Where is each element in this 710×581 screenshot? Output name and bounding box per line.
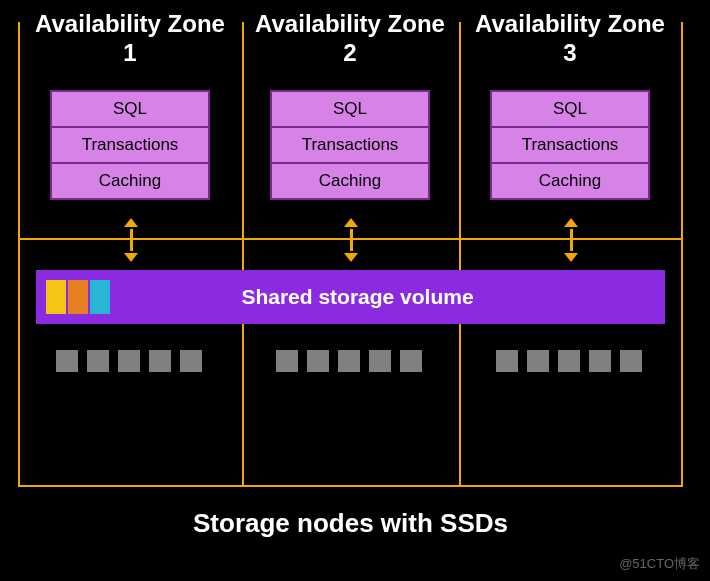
ssd-node <box>620 350 642 372</box>
ssd-node <box>527 350 549 372</box>
shared-storage-volume: Shared storage volume <box>36 270 665 324</box>
volume-color-legend <box>46 280 110 314</box>
ssd-node <box>400 350 422 372</box>
ssd-node <box>338 350 360 372</box>
ssd-node <box>589 350 611 372</box>
grid-hline <box>18 485 683 487</box>
diagram-caption: Storage nodes with SSDs <box>18 508 683 539</box>
ssd-node <box>56 350 78 372</box>
zone-title-1: Availability Zone 1 <box>30 10 230 68</box>
layer-txn: Transactions <box>490 126 650 164</box>
watermark: @51CTO博客 <box>619 555 700 573</box>
grid-vline <box>242 22 244 487</box>
storage-volume-label: Shared storage volume <box>110 285 665 309</box>
architecture-diagram: Availability Zone 1 Availability Zone 2 … <box>18 10 683 565</box>
zone-title-3: Availability Zone 3 <box>470 10 670 68</box>
ssd-node <box>369 350 391 372</box>
grid-vline <box>459 22 461 487</box>
ssd-node <box>87 350 109 372</box>
layer-sql: SQL <box>490 90 650 128</box>
layer-cache: Caching <box>270 162 430 200</box>
ssd-node <box>118 350 140 372</box>
ssd-node <box>307 350 329 372</box>
ssd-node <box>276 350 298 372</box>
layer-txn: Transactions <box>270 126 430 164</box>
swatch-cyan <box>90 280 110 314</box>
zone-title-2: Availability Zone 2 <box>250 10 450 68</box>
layer-sql: SQL <box>50 90 210 128</box>
bidir-arrow-icon <box>121 220 141 260</box>
grid-vline <box>681 22 683 487</box>
ssd-node <box>496 350 518 372</box>
ssd-node <box>149 350 171 372</box>
ssd-node <box>558 350 580 372</box>
swatch-orange <box>68 280 88 314</box>
bidir-arrow-icon <box>341 220 361 260</box>
layer-txn: Transactions <box>50 126 210 164</box>
compute-stack-1: SQL Transactions Caching <box>50 90 210 198</box>
layer-cache: Caching <box>50 162 210 200</box>
compute-stack-3: SQL Transactions Caching <box>490 90 650 198</box>
compute-stack-2: SQL Transactions Caching <box>270 90 430 198</box>
ssd-node <box>180 350 202 372</box>
layer-sql: SQL <box>270 90 430 128</box>
bidir-arrow-icon <box>561 220 581 260</box>
layer-cache: Caching <box>490 162 650 200</box>
swatch-yellow <box>46 280 66 314</box>
grid-vline <box>18 22 20 487</box>
